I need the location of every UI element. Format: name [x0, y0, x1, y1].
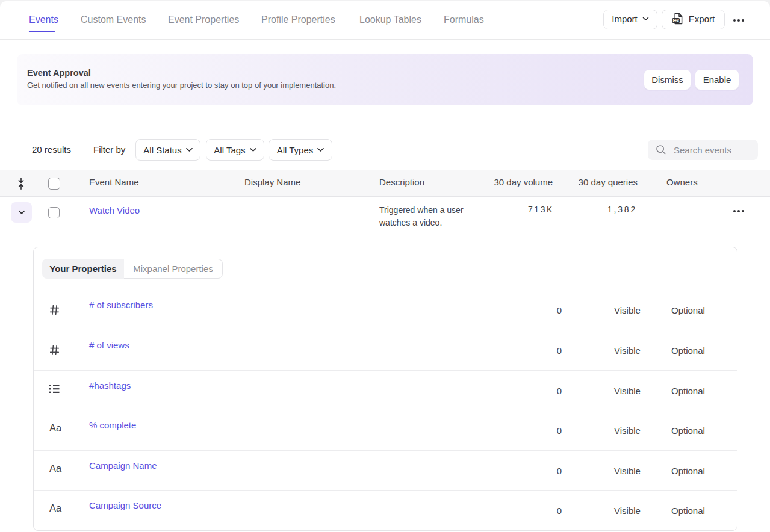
svg-text:CSV: CSV	[673, 19, 680, 22]
